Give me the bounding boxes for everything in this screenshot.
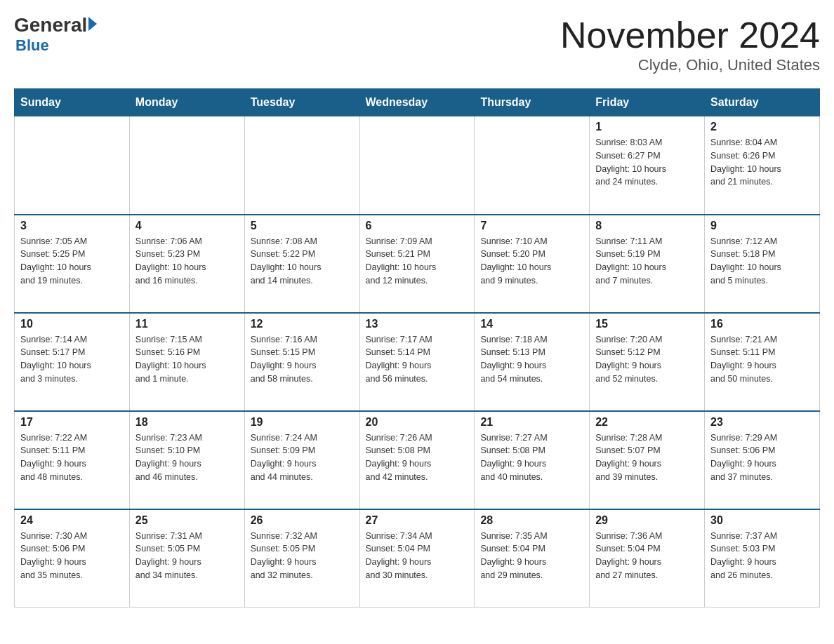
weekday-header-saturday: Saturday <box>705 89 820 116</box>
day-number: 5 <box>251 220 354 232</box>
logo-blue-text: Blue <box>15 36 49 55</box>
day-info: Sunrise: 7:23 AM Sunset: 5:10 PM Dayligh… <box>135 431 239 484</box>
day-number: 2 <box>710 121 814 133</box>
weekday-header-friday: Friday <box>590 89 705 116</box>
day-number: 18 <box>135 416 239 429</box>
day-cell: 8Sunrise: 7:11 AM Sunset: 5:19 PM Daylig… <box>590 215 705 313</box>
day-cell: 17Sunrise: 7:22 AM Sunset: 5:11 PM Dayli… <box>15 411 130 509</box>
day-info: Sunrise: 7:18 AM Sunset: 5:13 PM Dayligh… <box>480 333 583 386</box>
day-info: Sunrise: 7:15 AM Sunset: 5:16 PM Dayligh… <box>135 333 239 386</box>
day-info: Sunrise: 7:34 AM Sunset: 5:04 PM Dayligh… <box>366 530 469 582</box>
week-row-2: 3Sunrise: 7:05 AM Sunset: 5:25 PM Daylig… <box>15 215 820 313</box>
week-row-3: 10Sunrise: 7:14 AM Sunset: 5:17 PM Dayli… <box>15 313 820 411</box>
day-cell <box>244 116 359 215</box>
day-number: 13 <box>366 318 469 330</box>
logo-general-text: General <box>14 14 87 36</box>
day-number: 4 <box>135 220 239 232</box>
day-cell <box>359 116 475 215</box>
day-number: 26 <box>251 514 354 527</box>
day-info: Sunrise: 7:27 AM Sunset: 5:08 PM Dayligh… <box>480 431 583 484</box>
day-info: Sunrise: 7:22 AM Sunset: 5:11 PM Dayligh… <box>20 431 124 484</box>
day-info: Sunrise: 7:05 AM Sunset: 5:25 PM Dayligh… <box>20 235 124 288</box>
day-cell: 27Sunrise: 7:34 AM Sunset: 5:04 PM Dayli… <box>359 509 475 608</box>
header: General Blue November 2024 Clyde, Ohio, … <box>14 14 820 74</box>
day-info: Sunrise: 7:10 AM Sunset: 5:20 PM Dayligh… <box>480 235 583 288</box>
day-number: 7 <box>480 220 583 232</box>
week-row-5: 24Sunrise: 7:30 AM Sunset: 5:06 PM Dayli… <box>15 509 820 608</box>
day-cell: 24Sunrise: 7:30 AM Sunset: 5:06 PM Dayli… <box>15 509 130 608</box>
day-cell: 16Sunrise: 7:21 AM Sunset: 5:11 PM Dayli… <box>705 313 820 411</box>
day-number: 17 <box>20 416 124 429</box>
day-number: 29 <box>595 514 699 527</box>
day-number: 11 <box>135 318 239 330</box>
day-info: Sunrise: 7:31 AM Sunset: 5:05 PM Dayligh… <box>135 530 239 582</box>
month-title: November 2024 <box>560 14 820 56</box>
day-info: Sunrise: 7:36 AM Sunset: 5:04 PM Dayligh… <box>595 530 699 582</box>
day-number: 15 <box>595 318 699 330</box>
day-info: Sunrise: 7:32 AM Sunset: 5:05 PM Dayligh… <box>251 530 354 582</box>
weekday-header-thursday: Thursday <box>475 89 590 116</box>
day-cell: 9Sunrise: 7:12 AM Sunset: 5:18 PM Daylig… <box>705 215 820 313</box>
day-cell: 26Sunrise: 7:32 AM Sunset: 5:05 PM Dayli… <box>244 509 359 608</box>
day-cell: 28Sunrise: 7:35 AM Sunset: 5:04 PM Dayli… <box>475 509 590 608</box>
weekday-header-monday: Monday <box>129 89 244 116</box>
day-cell: 19Sunrise: 7:24 AM Sunset: 5:09 PM Dayli… <box>244 411 359 509</box>
day-cell: 25Sunrise: 7:31 AM Sunset: 5:05 PM Dayli… <box>129 509 244 608</box>
day-number: 8 <box>595 220 699 232</box>
day-cell: 11Sunrise: 7:15 AM Sunset: 5:16 PM Dayli… <box>129 313 244 411</box>
day-number: 30 <box>710 514 814 527</box>
day-info: Sunrise: 7:06 AM Sunset: 5:23 PM Dayligh… <box>135 235 239 288</box>
day-info: Sunrise: 7:17 AM Sunset: 5:14 PM Dayligh… <box>366 333 469 386</box>
day-info: Sunrise: 7:24 AM Sunset: 5:09 PM Dayligh… <box>251 431 354 484</box>
day-number: 10 <box>20 318 124 330</box>
day-info: Sunrise: 7:11 AM Sunset: 5:19 PM Dayligh… <box>595 235 699 288</box>
day-number: 21 <box>480 416 583 429</box>
day-info: Sunrise: 7:21 AM Sunset: 5:11 PM Dayligh… <box>710 333 814 386</box>
day-cell: 20Sunrise: 7:26 AM Sunset: 5:08 PM Dayli… <box>359 411 475 509</box>
day-info: Sunrise: 7:16 AM Sunset: 5:15 PM Dayligh… <box>251 333 354 386</box>
day-cell: 22Sunrise: 7:28 AM Sunset: 5:07 PM Dayli… <box>590 411 705 509</box>
day-info: Sunrise: 7:12 AM Sunset: 5:18 PM Dayligh… <box>710 235 814 288</box>
day-number: 25 <box>135 514 239 527</box>
day-number: 16 <box>710 318 814 330</box>
day-info: Sunrise: 7:30 AM Sunset: 5:06 PM Dayligh… <box>20 530 124 582</box>
day-number: 27 <box>366 514 469 527</box>
day-cell: 6Sunrise: 7:09 AM Sunset: 5:21 PM Daylig… <box>359 215 475 313</box>
day-cell <box>129 116 244 215</box>
day-cell: 23Sunrise: 7:29 AM Sunset: 5:06 PM Dayli… <box>705 411 820 509</box>
day-cell <box>15 116 130 215</box>
day-info: Sunrise: 7:35 AM Sunset: 5:04 PM Dayligh… <box>480 530 583 582</box>
day-info: Sunrise: 7:28 AM Sunset: 5:07 PM Dayligh… <box>595 431 699 484</box>
week-row-4: 17Sunrise: 7:22 AM Sunset: 5:11 PM Dayli… <box>15 411 820 509</box>
day-cell: 5Sunrise: 7:08 AM Sunset: 5:22 PM Daylig… <box>244 215 359 313</box>
day-info: Sunrise: 7:29 AM Sunset: 5:06 PM Dayligh… <box>710 431 814 484</box>
day-number: 23 <box>710 416 814 429</box>
title-area: November 2024 Clyde, Ohio, United States <box>560 14 820 74</box>
day-cell: 13Sunrise: 7:17 AM Sunset: 5:14 PM Dayli… <box>359 313 475 411</box>
day-cell: 15Sunrise: 7:20 AM Sunset: 5:12 PM Dayli… <box>590 313 705 411</box>
day-cell: 14Sunrise: 7:18 AM Sunset: 5:13 PM Dayli… <box>475 313 590 411</box>
day-number: 20 <box>366 416 469 429</box>
day-info: Sunrise: 7:37 AM Sunset: 5:03 PM Dayligh… <box>710 530 814 582</box>
day-cell: 30Sunrise: 7:37 AM Sunset: 5:03 PM Dayli… <box>705 509 820 608</box>
day-number: 22 <box>595 416 699 429</box>
logo-arrow-icon <box>88 17 97 31</box>
day-cell: 2Sunrise: 8:04 AM Sunset: 6:26 PM Daylig… <box>705 116 820 215</box>
day-cell: 1Sunrise: 8:03 AM Sunset: 6:27 PM Daylig… <box>590 116 705 215</box>
day-number: 12 <box>251 318 354 330</box>
day-info: Sunrise: 8:03 AM Sunset: 6:27 PM Dayligh… <box>595 136 699 189</box>
calendar-table: SundayMondayTuesdayWednesdayThursdayFrid… <box>14 88 820 608</box>
day-cell: 3Sunrise: 7:05 AM Sunset: 5:25 PM Daylig… <box>15 215 130 313</box>
day-number: 9 <box>710 220 814 232</box>
day-cell: 18Sunrise: 7:23 AM Sunset: 5:10 PM Dayli… <box>129 411 244 509</box>
day-info: Sunrise: 8:04 AM Sunset: 6:26 PM Dayligh… <box>710 136 814 189</box>
day-info: Sunrise: 7:08 AM Sunset: 5:22 PM Dayligh… <box>251 235 354 288</box>
weekday-header-wednesday: Wednesday <box>359 89 475 116</box>
day-cell: 10Sunrise: 7:14 AM Sunset: 5:17 PM Dayli… <box>15 313 130 411</box>
day-number: 14 <box>480 318 583 330</box>
logo: General Blue <box>14 14 97 55</box>
day-cell <box>475 116 590 215</box>
day-cell: 7Sunrise: 7:10 AM Sunset: 5:20 PM Daylig… <box>475 215 590 313</box>
day-cell: 4Sunrise: 7:06 AM Sunset: 5:23 PM Daylig… <box>129 215 244 313</box>
weekday-header-tuesday: Tuesday <box>244 89 359 116</box>
